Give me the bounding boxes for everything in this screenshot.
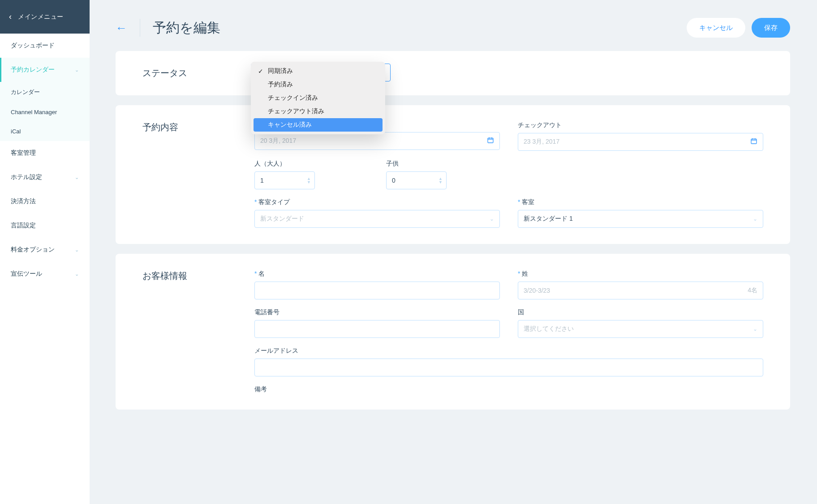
adults-input[interactable]: 1 ▲▼ — [254, 171, 315, 189]
phone-input[interactable] — [254, 320, 500, 338]
sidebar-item-dashboard[interactable]: ダッシュボード — [0, 34, 90, 58]
sidebar-item-payment[interactable]: 決済方法 — [0, 189, 90, 214]
phone-label: 電話番号 — [254, 308, 500, 316]
back-arrow-icon[interactable]: ← — [116, 21, 127, 35]
main-content: ← 予約を編集 キャンセル 保存 ステータス 予約内容 x 20 3月, 201… — [90, 0, 817, 504]
sidebar-item-reservation-calendar[interactable]: 予約カレンダー ⌄ — [0, 58, 90, 82]
lastname-value: 3/20-3/23 — [524, 287, 550, 294]
svg-rect-1 — [751, 139, 757, 144]
chevron-down-icon: ⌄ — [753, 216, 757, 222]
sidebar-item-label: 決済方法 — [11, 197, 36, 205]
children-value: 0 — [392, 177, 396, 184]
sidebar-item-label: Channel Manager — [11, 109, 57, 115]
room-value: 新スタンダード 1 — [524, 215, 573, 223]
status-option-label: キャンセル済み — [268, 121, 312, 129]
status-section-label: ステータス — [142, 67, 254, 79]
calendar-icon — [487, 137, 494, 145]
sidebar-item-label: ダッシュボード — [11, 42, 55, 50]
chevron-down-icon: ⌄ — [75, 247, 79, 253]
roomtype-label: 客室タイプ — [254, 198, 500, 206]
chevron-down-icon: ⌄ — [753, 326, 757, 332]
firstname-input[interactable] — [254, 282, 500, 299]
email-label: メールアドレス — [254, 347, 763, 355]
sidebar: ‹ メインメニュー ダッシュボード 予約カレンダー ⌄ カレンダー Channe… — [0, 0, 90, 504]
check-icon: ✓ — [258, 68, 268, 75]
status-option-cancelled[interactable]: キャンセル済み — [254, 118, 383, 132]
sidebar-item-hotel-settings[interactable]: ホテル設定 ⌄ — [0, 165, 90, 189]
calendar-icon — [750, 137, 757, 146]
sidebar-subnav: カレンダー Channel Manager iCal — [0, 82, 90, 141]
save-button[interactable]: 保存 — [752, 18, 790, 38]
status-option-label: チェックアウト済み — [268, 107, 324, 115]
children-label: 子供 — [386, 160, 500, 168]
reservation-card: 予約内容 x 20 3月, 2017 チェックアウト 23 3月, 2017 — [116, 105, 790, 244]
sidebar-item-label: 宣伝ツール — [11, 270, 42, 278]
sidebar-subitem-calendar[interactable]: カレンダー — [0, 82, 90, 103]
sidebar-item-label: 客室管理 — [11, 149, 36, 157]
chevron-down-icon: ⌄ — [490, 216, 494, 222]
customer-card: お客様情報 名 姓 3/20-3/23 4名 電話番号 — [116, 254, 790, 410]
chevron-left-icon: ‹ — [9, 12, 12, 21]
checkout-date-value: 23 3月, 2017 — [524, 138, 559, 146]
status-option-label: 予約済み — [268, 81, 293, 89]
sidebar-nav: ダッシュボード 予約カレンダー ⌄ カレンダー Channel Manager … — [0, 34, 90, 286]
checkin-date-value: 20 3月, 2017 — [260, 137, 296, 145]
reservation-section-label: 予約内容 — [142, 121, 254, 228]
sidebar-item-promotion[interactable]: 宣伝ツール ⌄ — [0, 262, 90, 286]
sidebar-back-mainmenu[interactable]: ‹ メインメニュー — [0, 0, 90, 34]
country-select[interactable]: 選択してください ⌄ — [518, 320, 763, 338]
adults-label: 人（大人） — [254, 160, 368, 168]
stepper-icon: ▲▼ — [307, 177, 311, 184]
svg-rect-0 — [488, 138, 493, 143]
mainmenu-label: メインメニュー — [18, 13, 64, 21]
sidebar-item-label: カレンダー — [11, 88, 40, 96]
checkin-date-input[interactable]: 20 3月, 2017 — [254, 132, 500, 150]
stepper-icon: ▲▼ — [439, 177, 443, 184]
notes-label: 備考 — [254, 385, 763, 393]
status-dropdown: ✓ 同期済み 予約済み チェックイン済み チェックアウト済み キャンセル済み — [251, 62, 385, 134]
status-option-checkedout[interactable]: チェックアウト済み — [254, 105, 383, 118]
roomtype-select[interactable]: 新スタンダード ⌄ — [254, 210, 500, 228]
sidebar-item-language[interactable]: 言語設定 — [0, 214, 90, 238]
country-placeholder: 選択してください — [524, 325, 574, 333]
roomtype-value: 新スタンダード — [260, 215, 304, 223]
room-label: 客室 — [518, 198, 763, 206]
sidebar-item-label: 予約カレンダー — [11, 66, 55, 74]
page-header: ← 予約を編集 キャンセル 保存 — [90, 0, 817, 47]
checkout-date-input[interactable]: 23 3月, 2017 — [518, 133, 763, 151]
lastname-input[interactable]: 3/20-3/23 4名 — [518, 282, 763, 299]
status-card: ステータス — [116, 51, 790, 95]
sidebar-item-label: 料金オプション — [11, 246, 55, 254]
firstname-label: 名 — [254, 270, 500, 278]
sidebar-item-pricing-options[interactable]: 料金オプション ⌄ — [0, 238, 90, 262]
checkout-label: チェックアウト — [518, 121, 763, 129]
room-select[interactable]: 新スタンダード 1 ⌄ — [518, 210, 763, 228]
chevron-down-icon: ⌄ — [75, 175, 79, 180]
sidebar-item-label: iCal — [11, 128, 21, 135]
sidebar-subitem-ical[interactable]: iCal — [0, 122, 90, 141]
status-option-label: 同期済み — [268, 67, 293, 75]
sidebar-subitem-channel-manager[interactable]: Channel Manager — [0, 103, 90, 122]
lastname-label: 姓 — [518, 270, 763, 278]
status-option-label: チェックイン済み — [268, 94, 318, 102]
adults-value: 1 — [260, 177, 264, 184]
page-title: 予約を編集 — [153, 19, 220, 37]
status-option-reserved[interactable]: 予約済み — [254, 78, 383, 91]
chevron-down-icon: ⌄ — [75, 271, 79, 277]
sidebar-item-room-management[interactable]: 客室管理 — [0, 141, 90, 165]
status-option-synced[interactable]: ✓ 同期済み — [254, 64, 383, 78]
cancel-button[interactable]: キャンセル — [687, 18, 745, 38]
sidebar-item-label: 言語設定 — [11, 222, 36, 230]
country-label: 国 — [518, 308, 763, 316]
divider — [140, 19, 140, 37]
email-input[interactable] — [254, 359, 763, 376]
chevron-down-icon: ⌄ — [75, 67, 79, 73]
lastname-extra: 4名 — [748, 286, 757, 295]
customer-section-label: お客様情報 — [142, 270, 254, 393]
sidebar-item-label: ホテル設定 — [11, 173, 42, 181]
status-option-checkedin[interactable]: チェックイン済み — [254, 91, 383, 105]
children-input[interactable]: 0 ▲▼ — [386, 171, 447, 189]
